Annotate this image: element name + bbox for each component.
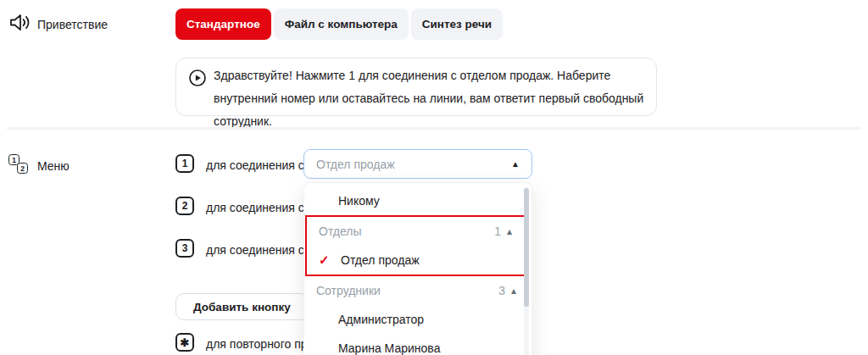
- menu-section-label: Меню: [37, 159, 70, 173]
- group-employees-count: 3: [498, 284, 505, 297]
- add-button[interactable]: Добавить кнопку: [175, 293, 309, 320]
- greeting-source-tabs: Стандартное Файл с компьютера Синтез реч…: [175, 8, 503, 40]
- menu-keys-icon: 1 2: [8, 152, 34, 177]
- selected-check-icon: ✓: [319, 252, 341, 268]
- destination-select[interactable]: Отдел продаж ▲: [303, 149, 532, 179]
- destination-dropdown-panel: Никому Отделы 1 ▴ ✓ Отдел продаж Сотрудн…: [303, 182, 532, 355]
- tab-standard[interactable]: Стандартное: [175, 8, 271, 40]
- group-departments-label: Отделы: [319, 225, 362, 238]
- dropdown-scrollbar-thumb[interactable]: [524, 188, 529, 307]
- key-1-icon: 1: [175, 154, 194, 173]
- greeting-section-label: Приветствие: [37, 18, 108, 31]
- option-none[interactable]: Никому: [304, 186, 531, 215]
- group-employees-collapse-icon: ▴: [511, 285, 516, 297]
- key-star-icon: ✱: [175, 333, 194, 352]
- tab-file-from-computer[interactable]: Файл с компьютера: [274, 8, 409, 40]
- option-sales-department-label: Отдел продаж: [341, 253, 420, 267]
- greeting-message-text: Здравствуйте! Нажмите 1 для соединения с…: [214, 64, 648, 133]
- row-2-label: для соединения с: [206, 201, 304, 214]
- row-3-label: для соединения с: [206, 243, 304, 257]
- group-header-employees[interactable]: Сотрудники 3 ▴: [304, 276, 531, 305]
- option-marina-marinova[interactable]: Марина Маринова: [304, 334, 531, 355]
- option-sales-department[interactable]: ✓ Отдел продаж: [307, 246, 527, 275]
- speaker-icon: [8, 12, 32, 36]
- row-1-label: для соединения с: [206, 158, 304, 172]
- option-administrator[interactable]: Администратор: [304, 305, 531, 334]
- section-divider: [7, 127, 861, 130]
- play-icon[interactable]: [188, 69, 207, 91]
- greeting-message-box: Здравствуйте! Нажмите 1 для соединения с…: [175, 58, 657, 116]
- ivr-settings-page: Приветствие Стандартное Файл с компьютер…: [0, 0, 868, 355]
- group-departments-count: 1: [494, 225, 501, 238]
- tab-speech-synthesis[interactable]: Синтез речи: [411, 8, 503, 40]
- group-employees-label: Сотрудники: [316, 284, 381, 297]
- key-3-icon: 3: [175, 239, 194, 258]
- departments-group-highlight: Отделы 1 ▴ ✓ Отдел продаж: [305, 215, 529, 276]
- group-header-departments[interactable]: Отделы 1 ▴: [307, 217, 527, 246]
- destination-select-value: Отдел продаж: [316, 158, 511, 171]
- collapse-caret-icon: ▲: [511, 159, 520, 169]
- key-2-icon: 2: [175, 197, 194, 215]
- group-departments-collapse-icon: ▴: [507, 225, 512, 237]
